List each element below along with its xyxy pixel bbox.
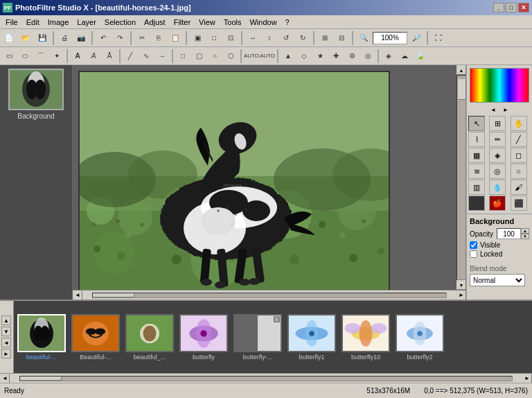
deselect-button[interactable]: □ [206,31,222,46]
opacity-input[interactable] [497,228,521,239]
thumbnail-scrollbar[interactable]: ◄ ► [0,373,532,383]
thumbnail-item-5[interactable]: E butterfly-... [233,314,282,361]
text2-btn[interactable]: Ā [102,49,117,64]
rect-btn[interactable]: □ [175,49,190,64]
opacity-down-button[interactable]: ▼ [521,234,529,239]
thumbnail-item-1[interactable]: beautiful-... [17,314,66,361]
cloud-btn[interactable]: ☁ [397,49,412,64]
color2-swatch[interactable]: 🍎 [489,196,506,211]
text-tool-btn[interactable]: A [86,49,101,64]
tool18[interactable]: ⬛ [511,196,527,211]
canvas-horizontal-scrollbar[interactable]: ◄ ► [73,290,466,300]
gradient-tool[interactable]: ▥ [468,180,485,195]
menu-window[interactable]: Window [245,17,281,28]
star-btn[interactable]: ★ [312,49,328,64]
vscroll-up-button[interactable]: ▲ [456,65,466,75]
fullscreen-button[interactable]: ⛶ [431,31,446,46]
vscroll-track[interactable] [456,75,466,280]
curve-btn[interactable]: ∿ [139,49,154,64]
cross-btn[interactable]: ✚ [328,49,344,64]
cut-button[interactable]: ✂ [134,31,150,46]
smudge-tool[interactable]: ≋ [468,164,485,179]
invert-sel-button[interactable]: ⊡ [223,31,238,46]
canvas-vertical-scrollbar[interactable]: ▲ ▼ [456,65,466,290]
maximize-button[interactable]: □ [506,3,517,12]
eyedropper-tool[interactable]: ⌇ [468,132,485,147]
close-button[interactable]: ✕ [518,3,529,12]
sharpen-tool[interactable]: ◎ [489,164,506,179]
opacity-up-button[interactable]: ▲ [521,228,529,234]
menu-help[interactable]: ? [281,17,294,28]
auto-btn[interactable]: AUTO [244,49,259,64]
menu-image[interactable]: Image [44,17,73,28]
clone-tool[interactable]: ◈ [489,148,506,163]
save-button[interactable]: 💾 [35,31,50,46]
fill-tool[interactable]: ▦ [468,148,485,163]
menu-filter[interactable]: Filter [170,17,195,28]
auto2-btn[interactable]: AUTO [260,49,275,64]
paint-bucket-tool[interactable]: 🖌 [511,180,527,195]
airbrush-tool[interactable]: ╱ [511,132,527,147]
thumbnail-item-8[interactable]: butterfly2 [396,314,444,361]
hscroll-thumb[interactable] [93,293,134,297]
stamp-btn2[interactable]: ◈ [381,49,396,64]
rotate-right-button[interactable]: ↻ [295,31,310,46]
color1-swatch[interactable] [468,196,485,211]
stamp-tool[interactable]: ⊞ [489,116,506,131]
leaf-btn[interactable]: 🍃 [413,49,428,64]
resize-button[interactable]: ⊞ [317,31,332,46]
color-palette[interactable] [470,68,529,103]
thumbnail-item-3[interactable]: beautiful_... [125,314,174,361]
zoom-out-button[interactable]: 🔍 [356,31,371,46]
menu-view[interactable]: View [195,17,220,28]
undo-button[interactable]: ↶ [96,31,111,46]
print-button[interactable]: 🖨 [57,31,72,46]
blend-mode-select[interactable]: Normal Multiply Screen Overlay Darken Li… [470,274,525,286]
brush-btn[interactable]: ◎ [360,49,375,64]
palette-right-arrow[interactable]: ► [503,107,508,113]
crop-button[interactable]: ⊟ [334,31,349,46]
locked-checkbox[interactable] [470,250,477,258]
menu-layer[interactable]: Layer [73,17,100,28]
thumbnail-item-4[interactable]: butterfly [179,314,228,361]
hscroll-track[interactable] [92,293,447,298]
zoom-input[interactable] [373,32,407,44]
vscroll-down-button[interactable]: ▼ [456,280,466,290]
canvas-image[interactable]: down... [80,72,390,290]
visible-checkbox[interactable] [470,241,477,249]
redo-button[interactable]: ↷ [112,31,127,46]
eraser-tool[interactable]: ◻ [511,148,527,163]
copy-button[interactable]: ⎘ [151,31,166,46]
layer-thumbnail[interactable] [8,69,64,110]
diamond-btn[interactable]: ◇ [296,49,312,64]
flip-h-button[interactable]: ↔ [245,31,260,46]
ellipse-btn[interactable]: ○ [207,49,222,64]
thumb-scroll-track[interactable] [19,376,513,381]
menu-file[interactable]: File [1,17,22,28]
new-button[interactable]: 📄 [1,31,17,46]
paste-button[interactable]: 📋 [168,31,183,46]
pencil-tool[interactable]: ✏ [489,132,506,147]
hscroll-right-button[interactable]: ► [456,291,466,300]
palette-left-arrow[interactable]: ◄ [490,107,496,113]
dodge-tool[interactable]: ○ [511,164,527,179]
scan-button[interactable]: 📷 [73,31,89,46]
select-all-button[interactable]: ▣ [190,31,205,46]
thumb-nav-down[interactable]: ▼ [1,327,11,336]
tri-btn[interactable]: ▲ [281,49,296,64]
thumb-nav-right[interactable]: ► [1,349,11,358]
thumb-scroll-right[interactable]: ► [522,374,532,383]
pencil-tool-btn[interactable]: A [70,49,85,64]
round-rect-btn[interactable]: ▢ [191,49,206,64]
thumbnail-item-7[interactable]: butterfly10 [342,314,390,361]
rotate-left-button[interactable]: ↺ [278,31,294,46]
arrow-btn[interactable]: → [154,49,170,64]
cursor-tool[interactable]: ↖ [468,116,485,131]
menu-selection[interactable]: Selection [100,17,140,28]
vscroll-thumb[interactable] [458,79,466,100]
lasso-btn[interactable]: ⌒ [33,49,48,64]
hscroll-left-button[interactable]: ◄ [73,291,82,300]
menu-adjust[interactable]: Adjust [140,17,170,28]
thumb-scroll-left[interactable]: ◄ [0,374,10,383]
hand-tool[interactable]: ✋ [511,116,527,131]
